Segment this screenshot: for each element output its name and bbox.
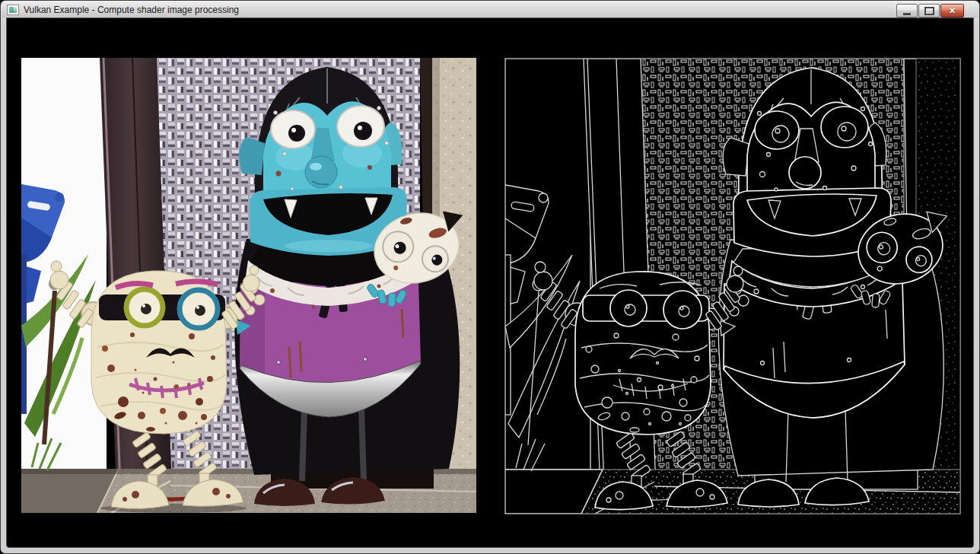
fist (243, 275, 259, 291)
fist (727, 275, 743, 292)
maximize-icon (924, 7, 934, 15)
minimize-button[interactable] (896, 4, 918, 18)
app-icon (7, 5, 19, 15)
nose (789, 157, 821, 189)
window-controls: ✕ (896, 4, 964, 18)
titlebar[interactable]: Vulkan Example - Compute shader image pr… (2, 2, 978, 18)
close-button[interactable]: ✕ (940, 4, 964, 18)
client-area (6, 18, 974, 548)
edge-output-panel (504, 58, 961, 514)
left-ear (723, 138, 749, 176)
minimize-icon (903, 13, 911, 15)
maximize-button[interactable] (918, 4, 940, 18)
original-image-panel (21, 58, 476, 513)
left-ear (239, 137, 265, 175)
fist (534, 272, 552, 290)
scene-edge-detected (505, 59, 960, 514)
scene-original (21, 58, 476, 513)
nose (305, 156, 337, 188)
window-title: Vulkan Example - Compute shader image pr… (24, 5, 239, 15)
fist (50, 271, 68, 289)
app-window: Vulkan Example - Compute shader image pr… (0, 0, 980, 554)
close-icon: ✕ (949, 7, 956, 15)
